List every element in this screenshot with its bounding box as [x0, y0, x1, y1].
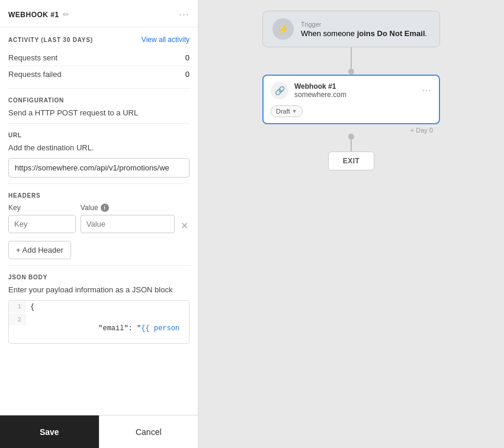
- more-options-icon[interactable]: ···: [179, 8, 190, 21]
- value-input[interactable]: [81, 215, 175, 233]
- line-number-2: 2: [9, 314, 25, 325]
- trigger-bold: joins Do Not Email: [357, 29, 425, 38]
- webhook-node[interactable]: 🔗 Webhook #1 somewhere.com ··· Draft ▼: [262, 75, 440, 124]
- view-all-activity-link[interactable]: View all activity: [142, 36, 190, 44]
- activity-section: ACTIVITY (LAST 30 DAYS) View all activit…: [8, 27, 190, 89]
- key-column: Key: [8, 204, 76, 233]
- value-column-label: Value i: [81, 204, 175, 212]
- trigger-text-area: Trigger When someone joins Do Not Email.: [301, 21, 427, 38]
- requests-failed-value: 0: [185, 70, 190, 79]
- cancel-button[interactable]: Cancel: [99, 415, 198, 448]
- webhook-more-icon[interactable]: ···: [422, 85, 432, 96]
- webhook-node-header: 🔗 Webhook #1 somewhere.com ···: [264, 76, 439, 102]
- right-panel: ⚡ Trigger When someone joins Do Not Emai…: [198, 0, 504, 448]
- panel-title-row: WEBHOOK #1 ✏: [8, 10, 69, 19]
- line-code-2: "email": "{{ person: [25, 314, 184, 343]
- panel-title: WEBHOOK #1: [8, 11, 59, 19]
- connector-dot-1: [348, 69, 354, 75]
- lightning-icon: ⚡: [277, 24, 289, 35]
- requests-sent-label: Requests sent: [8, 53, 57, 62]
- panel-header: WEBHOOK #1 ✏ ···: [0, 0, 198, 27]
- day-label-row: + Day 0: [262, 124, 440, 134]
- requests-sent-value: 0: [185, 53, 190, 62]
- exit-node: EXIT: [328, 152, 375, 170]
- add-header-label: + Add Header: [16, 246, 63, 254]
- code-line-1: 1 {: [9, 301, 189, 314]
- close-icon: ✕: [181, 220, 188, 231]
- draft-badge[interactable]: Draft ▼: [271, 105, 303, 117]
- configuration-label: CONFIGURATION: [8, 97, 190, 104]
- webhook-icon: 🔗: [271, 82, 288, 99]
- delete-header-button[interactable]: ✕: [179, 217, 190, 235]
- link-icon: 🔗: [275, 86, 285, 95]
- edit-icon[interactable]: ✏: [63, 10, 69, 19]
- configuration-section: CONFIGURATION Send a HTTP POST request t…: [8, 89, 190, 124]
- requests-failed-label: Requests failed: [8, 70, 62, 79]
- value-column: Value i: [81, 204, 175, 233]
- draft-label: Draft: [276, 108, 290, 115]
- info-icon[interactable]: i: [101, 204, 109, 212]
- configuration-description: Send a HTTP POST request to a URL: [8, 108, 190, 117]
- url-section: URL Add the destination URL.: [8, 124, 190, 184]
- connector-dot-2: [348, 134, 354, 140]
- key-input[interactable]: [8, 215, 76, 233]
- json-body-section: JSON BODY Enter your payload information…: [8, 266, 190, 350]
- url-description: Add the destination URL.: [8, 143, 190, 152]
- save-button[interactable]: Save: [0, 415, 99, 448]
- day-label: + Day 0: [410, 127, 433, 134]
- trigger-label: Trigger: [301, 21, 427, 28]
- webhook-title-area: Webhook #1 somewhere.com: [294, 82, 422, 99]
- connector-1: [348, 47, 354, 75]
- connector-line-2: [351, 140, 352, 152]
- code-editor[interactable]: 1 { 2 "email": "{{ person: [8, 300, 190, 344]
- line-number-1: 1: [9, 301, 25, 312]
- webhook-node-footer: Draft ▼: [264, 102, 439, 123]
- code-template: {{ person: [141, 324, 179, 333]
- key-column-label: Key: [8, 204, 76, 212]
- json-body-description: Enter your payload information as a JSON…: [8, 285, 190, 294]
- url-label: URL: [8, 132, 190, 138]
- json-body-label: JSON BODY: [8, 274, 190, 281]
- activity-section-label: ACTIVITY (LAST 30 DAYS): [8, 37, 93, 43]
- connector-line-1: [351, 47, 352, 69]
- flow-container: ⚡ Trigger When someone joins Do Not Emai…: [198, 0, 504, 448]
- trigger-description: When someone joins Do Not Email.: [301, 29, 427, 38]
- webhook-node-title: Webhook #1: [294, 82, 422, 91]
- activity-section-header: ACTIVITY (LAST 30 DAYS) View all activit…: [8, 36, 190, 44]
- exit-label: EXIT: [343, 157, 360, 165]
- trigger-node: ⚡ Trigger When someone joins Do Not Emai…: [262, 11, 440, 47]
- chevron-down-icon: ▼: [292, 108, 297, 114]
- url-input[interactable]: [8, 158, 190, 178]
- requests-sent-row: Requests sent 0: [8, 50, 190, 66]
- requests-failed-row: Requests failed 0: [8, 66, 190, 82]
- connector-2: [348, 134, 354, 152]
- headers-section: HEADERS Key Value i ✕: [8, 184, 190, 266]
- trigger-icon: ⚡: [272, 18, 294, 40]
- header-row: Key Value i ✕: [8, 204, 190, 235]
- add-header-button[interactable]: + Add Header: [8, 241, 71, 259]
- code-key: "email": ": [81, 324, 141, 333]
- webhook-node-url: somewhere.com: [294, 91, 422, 99]
- panel-content: ACTIVITY (LAST 30 DAYS) View all activit…: [0, 27, 198, 415]
- bottom-bar: Save Cancel: [0, 415, 198, 448]
- line-code-1: {: [25, 301, 39, 314]
- left-panel: WEBHOOK #1 ✏ ··· ACTIVITY (LAST 30 DAYS)…: [0, 0, 198, 448]
- code-line-2: 2 "email": "{{ person: [9, 314, 189, 343]
- headers-label: HEADERS: [8, 192, 190, 199]
